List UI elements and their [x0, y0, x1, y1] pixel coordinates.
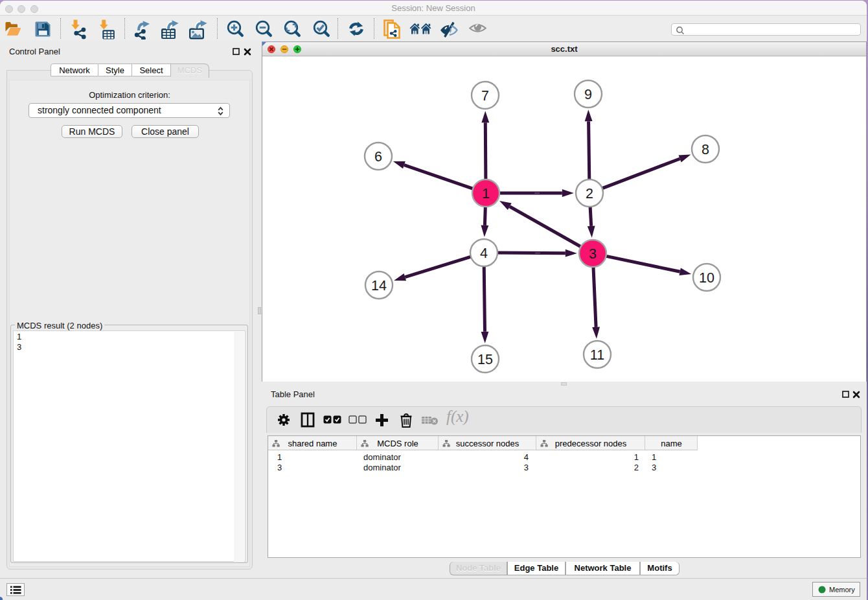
svg-text:3: 3 — [589, 246, 597, 262]
svg-text:1: 1 — [482, 186, 490, 202]
svg-text:10: 10 — [699, 270, 714, 286]
svg-text:15: 15 — [477, 352, 493, 367]
svg-text:9: 9 — [584, 87, 592, 102]
svg-text:8: 8 — [702, 142, 709, 157]
svg-text:11: 11 — [590, 347, 604, 363]
svg-text:14: 14 — [371, 278, 387, 294]
svg-text:6: 6 — [374, 149, 382, 165]
svg-text:2: 2 — [586, 186, 593, 202]
svg-text:4: 4 — [480, 246, 488, 261]
svg-text:7: 7 — [481, 88, 489, 104]
